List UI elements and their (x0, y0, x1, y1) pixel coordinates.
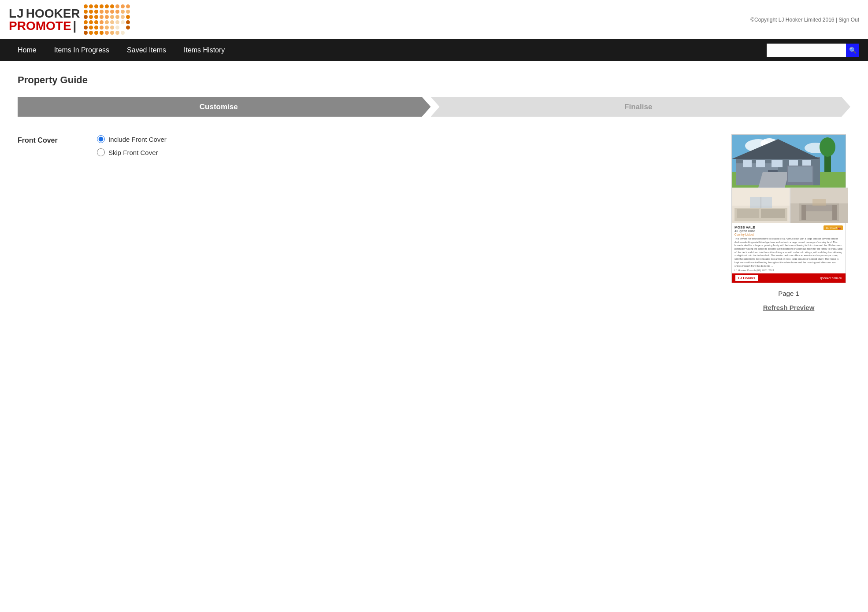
nav-search: 🔍 (767, 44, 859, 57)
step-customise[interactable]: Customise (18, 97, 431, 117)
main-content: Property Guide Customise Finalise Front … (0, 61, 868, 324)
logo-lj: LJ (9, 7, 24, 20)
nav-item-home[interactable]: Home (9, 39, 45, 61)
preview-col: MOSS VALE 43 Lytton Road Country Listout… (727, 134, 850, 311)
preview-card: MOSS VALE 43 Lytton Road Country Listout… (731, 134, 846, 283)
logo-dots (84, 4, 130, 35)
svg-rect-10 (743, 160, 752, 167)
logo-text: LJ HOOKER PROMOTE | (9, 7, 80, 32)
svg-rect-29 (804, 205, 835, 211)
refresh-preview-link[interactable]: Refresh Preview (763, 304, 815, 311)
include-front-cover-radio[interactable] (97, 135, 105, 143)
include-front-cover-label: Include Front Cover (108, 136, 167, 143)
page-title: Property Guide (18, 74, 850, 86)
include-front-cover-option[interactable]: Include Front Cover (97, 135, 167, 143)
preview-bottom-photos (732, 188, 846, 223)
preview-listing-type: Country Listout (734, 233, 755, 236)
content-row: Front Cover Include Front Cover Skip Fro… (18, 134, 850, 311)
skip-front-cover-option[interactable]: Skip Front Cover (97, 148, 167, 156)
house-photo-svg (732, 135, 846, 188)
preview-agent-phone: LJ Hooker Branch (02) 4861 2011 (734, 269, 774, 272)
preview-badge: 3br 2ba 2 🚗 (823, 225, 843, 230)
page-label: Page 1 (778, 290, 799, 297)
svg-rect-18 (788, 166, 812, 182)
steps-bar: Customise Finalise (18, 97, 850, 117)
search-input[interactable] (767, 44, 846, 57)
preview-footer-website: ljhooker.com.au (820, 277, 842, 280)
preview-address: 43 Lytton Road (734, 229, 755, 232)
logo-hooker: HOOKER (26, 7, 80, 20)
front-cover-label: Front Cover (18, 134, 70, 144)
svg-marker-16 (758, 172, 789, 188)
dining-photo-svg (790, 188, 848, 223)
preview-suburb: MOSS VALE (734, 225, 755, 229)
svg-rect-32 (812, 199, 826, 206)
preview-top-photo (732, 135, 846, 188)
preview-desc: This private five bedroom home is locate… (734, 237, 843, 268)
svg-rect-12 (772, 160, 783, 167)
copyright-text: ©Copyright LJ Hooker Limited 2016 | Sign… (750, 17, 859, 23)
skip-front-cover-radio[interactable] (97, 148, 105, 156)
kitchen-photo-svg (732, 188, 790, 223)
front-cover-section: Front Cover Include Front Cover Skip Fro… (18, 134, 718, 156)
svg-point-5 (820, 137, 835, 157)
svg-rect-31 (832, 205, 837, 220)
nav-item-items-history[interactable]: Items History (175, 39, 234, 61)
search-icon: 🔍 (849, 47, 857, 54)
main-nav: Home Items In Progress Saved Items Items… (0, 39, 868, 61)
preview-footer-logo: LJ Hooker (738, 276, 755, 280)
svg-rect-23 (761, 209, 785, 218)
top-header: LJ HOOKER PROMOTE | (0, 0, 868, 39)
svg-rect-11 (756, 160, 765, 167)
left-col: Front Cover Include Front Cover Skip Fro… (18, 134, 718, 311)
front-cover-options: Include Front Cover Skip Front Cover (97, 134, 167, 156)
preview-info: MOSS VALE 43 Lytton Road Country Listout… (732, 223, 846, 273)
svg-rect-22 (737, 209, 759, 218)
preview-footer: LJ Hooker ljhooker.com.au (732, 273, 846, 283)
logo-promote: PROMOTE (9, 20, 71, 32)
svg-rect-30 (801, 205, 806, 220)
preview-image-inner: MOSS VALE 43 Lytton Road Country Listout… (732, 135, 846, 283)
search-button[interactable]: 🔍 (846, 44, 859, 57)
nav-item-items-in-progress[interactable]: Items In Progress (45, 39, 118, 61)
logo-area: LJ HOOKER PROMOTE | (9, 4, 130, 35)
skip-front-cover-label: Skip Front Cover (108, 149, 158, 156)
nav-items: Home Items In Progress Saved Items Items… (9, 39, 767, 61)
step-finalise[interactable]: Finalise (431, 97, 851, 117)
photo-kitchen (732, 188, 790, 223)
photo-dining (790, 188, 848, 223)
nav-item-saved-items[interactable]: Saved Items (118, 39, 175, 61)
